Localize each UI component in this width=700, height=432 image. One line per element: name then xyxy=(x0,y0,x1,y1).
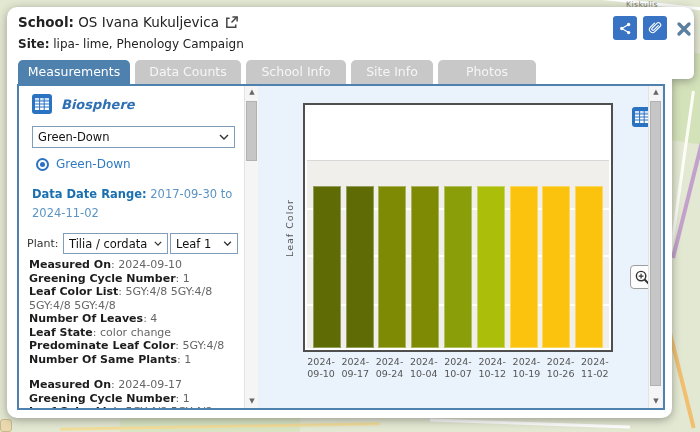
measurement-field: Leaf Color List: 5GY:4/8 5GY:4/8 5GY:4/8… xyxy=(29,285,237,312)
measurement-list: Measured On: 2024-09-10Greening Cycle Nu… xyxy=(29,258,237,408)
content-scrollbar[interactable]: ▲ ▼ xyxy=(648,86,662,408)
bar-2024-09-10 xyxy=(313,186,341,348)
data-date-range: Data Date Range: 2017-09-30 to 2024-11-0… xyxy=(32,185,237,223)
close-button[interactable] xyxy=(675,20,693,38)
x-tick-2024-09-17: 2024-09-17 xyxy=(338,356,372,379)
x-tick-2024-10-26: 2024-10-26 xyxy=(544,356,578,379)
scrollbar-thumb[interactable] xyxy=(650,101,661,386)
chevron-down-icon xyxy=(219,134,229,140)
protocol-select-value: Green-Down xyxy=(38,130,110,144)
bar-2024-09-17 xyxy=(346,186,374,348)
share-nodes-icon xyxy=(618,21,633,36)
plant-select[interactable]: Tilia / cordata xyxy=(63,233,168,254)
measurement-field: Measured On: 2024-09-17 xyxy=(29,378,237,392)
leaf-select[interactable]: Leaf 1 xyxy=(170,233,238,254)
leaf-select-value: Leaf 1 xyxy=(176,237,211,251)
x-tick-2024-10-19: 2024-10-19 xyxy=(509,356,543,379)
protocol-section-header: Biosphere xyxy=(31,93,135,115)
site-title-row: Site: lipa- lime, Phenology Campaign xyxy=(18,37,244,51)
school-title-row: School: OS Ivana Kukuljevica xyxy=(18,14,239,30)
site-label: Site: xyxy=(18,37,49,51)
measurement-field: Predominate Leaf Color: 5GY:4/8 xyxy=(29,339,237,353)
chart-x-axis-labels: 2024-09-102024-09-172024-09-242024-10-04… xyxy=(304,356,612,379)
scroll-down-arrow[interactable]: ▼ xyxy=(649,395,663,408)
scrollbar-thumb[interactable] xyxy=(246,101,257,161)
measurements-tab-content: Biosphere Green-Down Green-Down Data Dat… xyxy=(17,84,665,410)
plant-label: Plant: xyxy=(27,237,58,250)
x-tick-2024-11-02: 2024-11-02 xyxy=(578,356,612,379)
scroll-up-arrow[interactable]: ▲ xyxy=(245,86,259,99)
chart-top-band xyxy=(307,107,609,161)
scroll-down-arrow[interactable]: ▼ xyxy=(245,395,259,408)
permalink-button[interactable] xyxy=(643,16,667,40)
school-label: School: xyxy=(18,14,74,30)
tab-data-counts[interactable]: Data Counts xyxy=(135,60,241,84)
chevron-down-icon xyxy=(154,241,162,246)
chart-plot-area xyxy=(307,107,609,348)
data-table-icon xyxy=(31,93,53,115)
leaf-color-bar-chart xyxy=(303,103,613,352)
measurement-block-0: Measured On: 2024-09-10Greening Cycle Nu… xyxy=(29,258,237,366)
x-tick-2024-09-10: 2024-09-10 xyxy=(304,356,338,379)
plant-select-value: Tilia / cordata xyxy=(69,237,147,251)
protocol-section-title: Biosphere xyxy=(61,97,135,112)
measurement-field: Leaf State: color change xyxy=(29,326,237,340)
measurement-field: Greening Cycle Number: 1 xyxy=(29,272,237,286)
tab-site-info[interactable]: Site Info xyxy=(351,60,433,84)
green-down-radio-label: Green-Down xyxy=(56,157,131,171)
close-icon xyxy=(675,20,693,38)
x-tick-2024-10-07: 2024-10-07 xyxy=(441,356,475,379)
x-tick-2024-10-12: 2024-10-12 xyxy=(475,356,509,379)
protocol-radio-row: Green-Down xyxy=(36,157,131,171)
paperclip-icon xyxy=(648,21,663,36)
map-control-partial[interactable] xyxy=(0,419,12,432)
measurement-field: Measured On: 2024-09-10 xyxy=(29,258,237,272)
x-tick-2024-09-24: 2024-09-24 xyxy=(372,356,406,379)
tab-photos[interactable]: Photos xyxy=(438,60,536,84)
bar-2024-09-24 xyxy=(378,186,406,348)
bar-2024-10-07 xyxy=(444,186,472,348)
chart-bars xyxy=(308,186,608,348)
measurement-field: Number Of Same Plants: 1 xyxy=(29,353,237,367)
tab-school-info[interactable]: School Info xyxy=(246,60,346,84)
chevron-down-icon xyxy=(223,241,232,246)
bar-2024-11-02 xyxy=(575,186,603,348)
bar-2024-10-19 xyxy=(510,186,538,348)
x-tick-2024-10-04: 2024-10-04 xyxy=(407,356,441,379)
bar-2024-10-04 xyxy=(411,186,439,348)
side-panel-scrollbar[interactable]: ▲ ▼ xyxy=(244,86,258,408)
external-link-icon[interactable] xyxy=(224,15,239,30)
green-down-radio[interactable] xyxy=(36,158,49,171)
school-name: OS Ivana Kukuljevica xyxy=(78,14,219,30)
tab-bar: MeasurementsData CountsSchool InfoSite I… xyxy=(18,60,536,84)
protocol-select[interactable]: Green-Down xyxy=(32,126,235,148)
map-road-white xyxy=(430,419,630,429)
chart-y-axis-label: Leaf Color xyxy=(282,103,296,352)
date-range-label: Data Date Range: xyxy=(32,187,147,201)
measurement-field: Leaf Color List: 5GY:4/8 5GY:4/8 xyxy=(29,405,237,408)
scroll-up-arrow[interactable]: ▲ xyxy=(649,86,663,99)
site-value: lipa- lime, Phenology Campaign xyxy=(53,37,243,51)
share-button[interactable] xyxy=(613,16,637,40)
data-viewer-popup: School: OS Ivana Kukuljevica Site: lipa-… xyxy=(7,7,694,418)
measurement-side-panel: Biosphere Green-Down Green-Down Data Dat… xyxy=(19,86,244,408)
bar-2024-10-12 xyxy=(477,186,505,348)
measurement-block-1: Measured On: 2024-09-17Greening Cycle Nu… xyxy=(29,378,237,408)
measurement-field: Number Of Leaves: 4 xyxy=(29,312,237,326)
measurement-field: Greening Cycle Number: 1 xyxy=(29,392,237,406)
bar-2024-10-26 xyxy=(542,186,570,348)
tab-measurements[interactable]: Measurements xyxy=(18,60,130,84)
